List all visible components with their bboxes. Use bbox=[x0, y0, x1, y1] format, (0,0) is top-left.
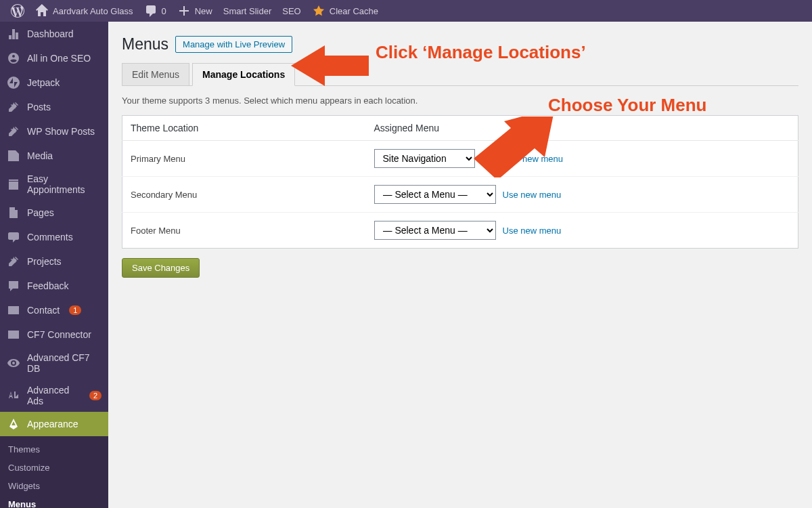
tab-manage-locations[interactable]: Manage Locations bbox=[192, 63, 295, 86]
edit-menu-link[interactable]: Edit bbox=[482, 154, 497, 164]
submenu-item-themes[interactable]: Themes bbox=[0, 440, 108, 459]
wp-logo[interactable] bbox=[5, 0, 30, 22]
sidebar-item-pages[interactable]: Pages bbox=[0, 200, 108, 225]
cache-icon bbox=[312, 4, 325, 18]
location-name: Primary Menu bbox=[122, 141, 366, 177]
sidebar-item-label: Media bbox=[27, 150, 53, 161]
location-name: Secondary Menu bbox=[122, 177, 366, 213]
sidebar-item-contact[interactable]: Contact1 bbox=[0, 298, 108, 322]
submenu-item-menus[interactable]: Menus bbox=[0, 495, 108, 508]
aioseo-icon bbox=[7, 51, 20, 65]
ads-icon bbox=[7, 389, 20, 402]
assigned-menu-select[interactable]: Site Navigation bbox=[374, 149, 475, 168]
wordpress-icon bbox=[11, 4, 24, 18]
locations-table: Theme Location Assigned Menu Primary Men… bbox=[122, 115, 798, 249]
mail-icon bbox=[7, 303, 20, 317]
sidebar-item-posts[interactable]: Posts bbox=[0, 95, 108, 119]
sidebar-item-label: WP Show Posts bbox=[27, 126, 95, 137]
sidebar-item-label: Appearance bbox=[27, 419, 78, 429]
main-content: Menus Manage with Live Preview Edit Menu… bbox=[108, 22, 812, 508]
col-header-assigned: Assigned Menu bbox=[366, 116, 798, 141]
sidebar-item-label: Pages bbox=[27, 207, 54, 218]
location-row: Footer Menu— Select a Menu —Use new menu bbox=[122, 213, 798, 249]
svg-point-0 bbox=[7, 77, 20, 89]
comments-link[interactable]: 0 bbox=[139, 0, 172, 22]
tab-edit-menus[interactable]: Edit Menus bbox=[122, 63, 189, 85]
sidebar-item-label: Dashboard bbox=[27, 28, 74, 39]
live-preview-button[interactable]: Manage with Live Preview bbox=[175, 36, 292, 53]
badge: 2 bbox=[89, 391, 102, 400]
nav-tabs: Edit Menus Manage Locations bbox=[122, 63, 798, 86]
page-title: Menus bbox=[122, 35, 168, 54]
site-name: Aardvark Auto Glass bbox=[53, 6, 133, 16]
location-name: Footer Menu bbox=[122, 213, 366, 249]
sidebar-item-label: All in One SEO bbox=[27, 53, 91, 64]
sidebar-item-advanced-cf7-db[interactable]: Advanced CF7 DB bbox=[0, 347, 108, 379]
sidebar-item-wp-show-posts[interactable]: WP Show Posts bbox=[0, 119, 108, 144]
sidebar-item-label: Feedback bbox=[27, 280, 68, 291]
home-icon bbox=[35, 4, 49, 18]
appearance-icon bbox=[7, 417, 20, 431]
sidebar-item-label: Advanced CF7 DB bbox=[27, 352, 102, 374]
use-new-menu-link[interactable]: Use new menu bbox=[504, 154, 563, 164]
calendar-icon bbox=[7, 177, 20, 191]
feedback-icon bbox=[7, 279, 20, 293]
sidebar-item-cf7-connector[interactable]: CF7 Connector bbox=[0, 322, 108, 347]
site-link[interactable]: Aardvark Auto Glass bbox=[30, 0, 139, 22]
sidebar-item-label: Projects bbox=[27, 256, 62, 267]
sidebar-item-label: Posts bbox=[27, 102, 51, 112]
eye-icon bbox=[7, 356, 20, 370]
clear-cache-link[interactable]: Clear Cache bbox=[307, 0, 384, 22]
admin-bar: Aardvark Auto Glass 0 New Smart Slider S… bbox=[0, 0, 812, 22]
sidebar-item-projects[interactable]: Projects bbox=[0, 249, 108, 274]
col-header-location: Theme Location bbox=[122, 116, 366, 141]
assigned-menu-select[interactable]: — Select a Menu — bbox=[374, 221, 496, 240]
sidebar-item-label: Jetpack bbox=[27, 77, 60, 88]
seo-link[interactable]: SEO bbox=[277, 0, 306, 22]
appearance-submenu: ThemesCustomizeWidgetsMenusBackground bbox=[0, 436, 108, 508]
submenu-item-customize[interactable]: Customize bbox=[0, 459, 108, 477]
sidebar-item-easy-appointments[interactable]: Easy Appointments bbox=[0, 168, 108, 200]
sidebar-item-label: CF7 Connector bbox=[27, 329, 91, 340]
submenu-item-widgets[interactable]: Widgets bbox=[0, 477, 108, 495]
sidebar-item-dashboard[interactable]: Dashboard bbox=[0, 22, 108, 46]
new-label: New bbox=[195, 6, 212, 16]
use-new-menu-link[interactable]: Use new menu bbox=[503, 190, 562, 200]
dashboard-icon bbox=[7, 27, 20, 41]
new-link[interactable]: New bbox=[172, 0, 218, 22]
sidebar-item-label: Easy Appointments bbox=[27, 173, 102, 195]
comment-icon bbox=[7, 230, 20, 244]
page-icon bbox=[7, 206, 20, 219]
pin-icon bbox=[7, 255, 20, 268]
sidebar-item-all-in-one-seo[interactable]: All in One SEO bbox=[0, 46, 108, 70]
sidebar-item-label: Advanced Ads bbox=[27, 385, 80, 406]
mail-icon bbox=[7, 328, 20, 341]
pin-icon bbox=[7, 100, 20, 114]
media-icon bbox=[7, 149, 20, 163]
save-button[interactable]: Save Changes bbox=[122, 258, 200, 278]
pin-icon bbox=[7, 125, 20, 138]
intro-text: Your theme supports 3 menus. Select whic… bbox=[122, 96, 798, 106]
sidebar-item-advanced-ads[interactable]: Advanced Ads2 bbox=[0, 379, 108, 412]
assigned-menu-select[interactable]: — Select a Menu — bbox=[374, 185, 496, 204]
sidebar-item-appearance[interactable]: Appearance bbox=[0, 412, 108, 436]
comment-icon bbox=[144, 4, 158, 18]
location-row: Secondary Menu— Select a Menu —Use new m… bbox=[122, 177, 798, 213]
admin-sidebar: DashboardAll in One SEOJetpackPostsWP Sh… bbox=[0, 22, 108, 508]
use-new-menu-link[interactable]: Use new menu bbox=[503, 226, 562, 236]
comments-count: 0 bbox=[162, 6, 166, 16]
smart-slider-link[interactable]: Smart Slider bbox=[218, 0, 277, 22]
sidebar-item-comments[interactable]: Comments bbox=[0, 225, 108, 249]
sidebar-item-jetpack[interactable]: Jetpack bbox=[0, 70, 108, 95]
jetpack-icon bbox=[7, 76, 20, 89]
sidebar-item-media[interactable]: Media bbox=[0, 144, 108, 168]
location-row: Primary MenuSite NavigationEdit|Use new … bbox=[122, 141, 798, 177]
sidebar-item-label: Contact bbox=[27, 305, 60, 316]
sidebar-item-label: Comments bbox=[27, 232, 73, 242]
sidebar-item-feedback[interactable]: Feedback bbox=[0, 274, 108, 298]
plus-icon bbox=[177, 4, 191, 18]
badge: 1 bbox=[69, 305, 81, 315]
